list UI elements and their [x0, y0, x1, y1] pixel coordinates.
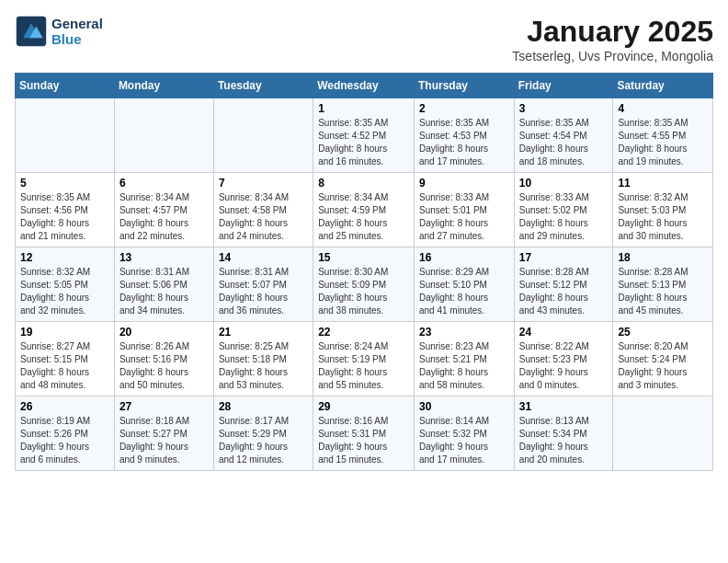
day-number: 27 — [119, 400, 209, 413]
day-number: 23 — [419, 326, 509, 339]
calendar-cell: 6Sunrise: 8:34 AM Sunset: 4:57 PM Daylig… — [114, 173, 213, 247]
day-detail: Sunrise: 8:30 AM Sunset: 5:09 PM Dayligh… — [318, 266, 409, 317]
header-day-saturday: Saturday — [613, 74, 713, 98]
calendar-cell: 15Sunrise: 8:30 AM Sunset: 5:09 PM Dayli… — [313, 247, 415, 322]
calendar-subtitle: Tsetserleg, Uvs Province, Mongolia — [512, 49, 713, 63]
day-number: 14 — [219, 251, 308, 264]
calendar-week-2: 5Sunrise: 8:35 AM Sunset: 4:56 PM Daylig… — [16, 173, 713, 247]
header-day-sunday: Sunday — [16, 74, 115, 98]
day-number: 11 — [618, 177, 708, 190]
calendar-cell: 1Sunrise: 8:35 AM Sunset: 4:52 PM Daylig… — [313, 98, 415, 173]
day-detail: Sunrise: 8:28 AM Sunset: 5:13 PM Dayligh… — [618, 266, 708, 317]
calendar-cell: 4Sunrise: 8:35 AM Sunset: 4:55 PM Daylig… — [613, 98, 713, 173]
calendar-cell: 29Sunrise: 8:16 AM Sunset: 5:31 PM Dayli… — [313, 396, 415, 471]
header-day-tuesday: Tuesday — [213, 74, 313, 98]
day-number: 1 — [318, 102, 409, 115]
calendar-cell: 14Sunrise: 8:31 AM Sunset: 5:07 PM Dayli… — [213, 247, 313, 322]
calendar-cell: 28Sunrise: 8:17 AM Sunset: 5:29 PM Dayli… — [213, 396, 313, 471]
day-detail: Sunrise: 8:35 AM Sunset: 4:56 PM Dayligh… — [20, 191, 109, 243]
calendar-cell: 12Sunrise: 8:32 AM Sunset: 5:05 PM Dayli… — [16, 247, 115, 322]
calendar-cell: 23Sunrise: 8:23 AM Sunset: 5:21 PM Dayli… — [414, 322, 514, 396]
day-detail: Sunrise: 8:18 AM Sunset: 5:27 PM Dayligh… — [119, 415, 209, 466]
day-detail: Sunrise: 8:19 AM Sunset: 5:26 PM Dayligh… — [20, 415, 109, 466]
day-number: 13 — [119, 251, 209, 264]
logo-icon — [15, 15, 48, 48]
calendar-cell — [613, 396, 713, 471]
calendar-cell: 31Sunrise: 8:13 AM Sunset: 5:34 PM Dayli… — [514, 396, 613, 471]
day-detail: Sunrise: 8:35 AM Sunset: 4:54 PM Dayligh… — [519, 117, 609, 168]
title-block: January 2025 Tsetserleg, Uvs Province, M… — [512, 15, 713, 63]
calendar-cell: 17Sunrise: 8:28 AM Sunset: 5:12 PM Dayli… — [514, 247, 613, 322]
day-detail: Sunrise: 8:14 AM Sunset: 5:32 PM Dayligh… — [419, 415, 509, 466]
day-detail: Sunrise: 8:27 AM Sunset: 5:15 PM Dayligh… — [20, 340, 109, 392]
calendar-cell: 10Sunrise: 8:33 AM Sunset: 5:02 PM Dayli… — [514, 173, 613, 247]
day-number: 22 — [318, 326, 409, 339]
day-detail: Sunrise: 8:29 AM Sunset: 5:10 PM Dayligh… — [419, 266, 509, 317]
day-number: 2 — [419, 102, 509, 115]
day-number: 17 — [519, 251, 609, 264]
day-number: 16 — [419, 251, 509, 264]
day-detail: Sunrise: 8:25 AM Sunset: 5:18 PM Dayligh… — [219, 340, 308, 392]
header-day-friday: Friday — [514, 74, 613, 98]
day-number: 5 — [20, 177, 109, 190]
day-detail: Sunrise: 8:13 AM Sunset: 5:34 PM Dayligh… — [519, 415, 609, 466]
day-number: 19 — [20, 326, 109, 339]
day-detail: Sunrise: 8:31 AM Sunset: 5:06 PM Dayligh… — [119, 266, 209, 317]
calendar-cell: 11Sunrise: 8:32 AM Sunset: 5:03 PM Dayli… — [613, 173, 713, 247]
calendar-cell: 26Sunrise: 8:19 AM Sunset: 5:26 PM Dayli… — [16, 396, 115, 471]
calendar-cell: 2Sunrise: 8:35 AM Sunset: 4:53 PM Daylig… — [414, 98, 514, 173]
day-number: 3 — [519, 102, 609, 115]
day-detail: Sunrise: 8:35 AM Sunset: 4:52 PM Dayligh… — [318, 117, 409, 168]
day-number: 30 — [419, 400, 509, 413]
day-detail: Sunrise: 8:34 AM Sunset: 4:59 PM Dayligh… — [318, 191, 409, 243]
day-number: 29 — [318, 400, 409, 413]
day-detail: Sunrise: 8:34 AM Sunset: 4:58 PM Dayligh… — [219, 191, 308, 243]
day-number: 25 — [618, 326, 708, 339]
calendar-cell: 25Sunrise: 8:20 AM Sunset: 5:24 PM Dayli… — [613, 322, 713, 396]
day-detail: Sunrise: 8:23 AM Sunset: 5:21 PM Dayligh… — [419, 340, 509, 392]
calendar-header-row: SundayMondayTuesdayWednesdayThursdayFrid… — [16, 74, 713, 98]
day-number: 6 — [119, 177, 209, 190]
page-header: General Blue January 2025 Tsetserleg, Uv… — [15, 15, 713, 63]
calendar-cell: 16Sunrise: 8:29 AM Sunset: 5:10 PM Dayli… — [414, 247, 514, 322]
calendar-cell: 5Sunrise: 8:35 AM Sunset: 4:56 PM Daylig… — [16, 173, 115, 247]
header-day-thursday: Thursday — [414, 74, 514, 98]
day-detail: Sunrise: 8:24 AM Sunset: 5:19 PM Dayligh… — [318, 340, 409, 392]
calendar-cell — [114, 98, 213, 173]
header-day-monday: Monday — [114, 74, 213, 98]
day-detail: Sunrise: 8:35 AM Sunset: 4:53 PM Dayligh… — [419, 117, 509, 168]
calendar-cell: 8Sunrise: 8:34 AM Sunset: 4:59 PM Daylig… — [313, 173, 415, 247]
day-detail: Sunrise: 8:32 AM Sunset: 5:05 PM Dayligh… — [20, 266, 109, 317]
calendar-table: SundayMondayTuesdayWednesdayThursdayFrid… — [15, 73, 713, 471]
calendar-cell: 22Sunrise: 8:24 AM Sunset: 5:19 PM Dayli… — [313, 322, 415, 396]
calendar-cell — [213, 98, 313, 173]
day-number: 26 — [20, 400, 109, 413]
day-detail: Sunrise: 8:20 AM Sunset: 5:24 PM Dayligh… — [618, 340, 708, 392]
day-number: 7 — [219, 177, 308, 190]
day-detail: Sunrise: 8:16 AM Sunset: 5:31 PM Dayligh… — [318, 415, 409, 466]
calendar-week-1: 1Sunrise: 8:35 AM Sunset: 4:52 PM Daylig… — [16, 98, 713, 173]
calendar-week-4: 19Sunrise: 8:27 AM Sunset: 5:15 PM Dayli… — [16, 322, 713, 396]
day-number: 10 — [519, 177, 609, 190]
day-number: 28 — [219, 400, 308, 413]
day-detail: Sunrise: 8:22 AM Sunset: 5:23 PM Dayligh… — [519, 340, 609, 392]
day-number: 20 — [119, 326, 209, 339]
header-day-wednesday: Wednesday — [313, 74, 415, 98]
calendar-cell: 21Sunrise: 8:25 AM Sunset: 5:18 PM Dayli… — [213, 322, 313, 396]
logo: General Blue — [15, 15, 103, 48]
day-detail: Sunrise: 8:28 AM Sunset: 5:12 PM Dayligh… — [519, 266, 609, 317]
calendar-cell: 30Sunrise: 8:14 AM Sunset: 5:32 PM Dayli… — [414, 396, 514, 471]
day-detail: Sunrise: 8:26 AM Sunset: 5:16 PM Dayligh… — [119, 340, 209, 392]
day-detail: Sunrise: 8:35 AM Sunset: 4:55 PM Dayligh… — [618, 117, 708, 168]
day-number: 8 — [318, 177, 409, 190]
calendar-cell — [16, 98, 115, 173]
calendar-cell: 24Sunrise: 8:22 AM Sunset: 5:23 PM Dayli… — [514, 322, 613, 396]
day-detail: Sunrise: 8:34 AM Sunset: 4:57 PM Dayligh… — [119, 191, 209, 243]
day-number: 24 — [519, 326, 609, 339]
calendar-cell: 3Sunrise: 8:35 AM Sunset: 4:54 PM Daylig… — [514, 98, 613, 173]
day-detail: Sunrise: 8:33 AM Sunset: 5:02 PM Dayligh… — [519, 191, 609, 243]
calendar-cell: 9Sunrise: 8:33 AM Sunset: 5:01 PM Daylig… — [414, 173, 514, 247]
day-number: 21 — [219, 326, 308, 339]
day-number: 9 — [419, 177, 509, 190]
day-detail: Sunrise: 8:32 AM Sunset: 5:03 PM Dayligh… — [618, 191, 708, 243]
